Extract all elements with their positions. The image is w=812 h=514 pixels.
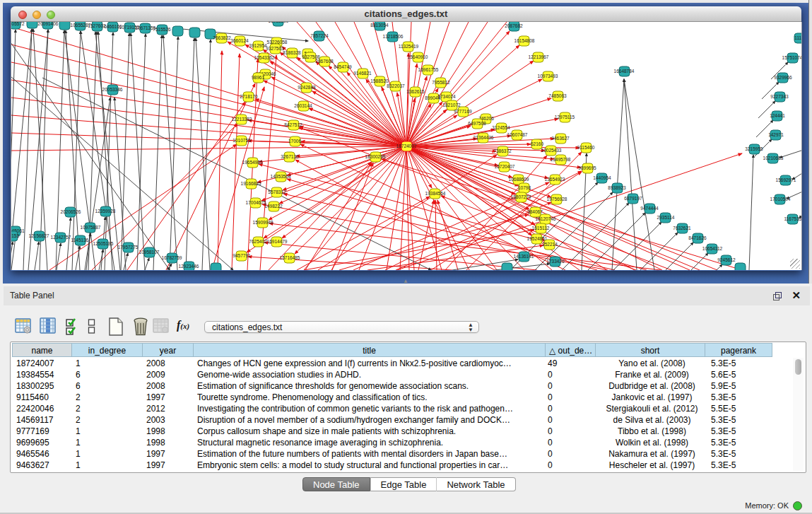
svg-text:16648784: 16648784 bbox=[614, 69, 635, 74]
svg-text:10543362: 10543362 bbox=[254, 55, 275, 60]
svg-text:19654985: 19654985 bbox=[242, 160, 263, 165]
svg-text:7955812: 7955812 bbox=[432, 80, 450, 85]
svg-text:9115460: 9115460 bbox=[577, 145, 595, 150]
svg-text:9227343: 9227343 bbox=[770, 94, 789, 99]
svg-text:1821072: 1821072 bbox=[442, 103, 461, 107]
svg-text:20206526: 20206526 bbox=[61, 209, 81, 214]
svg-text:5578312: 5578312 bbox=[268, 189, 286, 194]
svg-text:9242848: 9242848 bbox=[298, 85, 316, 90]
svg-text:15720407: 15720407 bbox=[495, 164, 515, 169]
svg-text:16782759: 16782759 bbox=[162, 255, 182, 260]
svg-text:1145136: 1145136 bbox=[71, 238, 89, 243]
svg-text:9474444: 9474444 bbox=[640, 206, 659, 211]
svg-text:12213382: 12213382 bbox=[232, 117, 252, 122]
svg-text:8322037: 8322037 bbox=[387, 83, 405, 88]
svg-text:124441: 124441 bbox=[770, 113, 785, 118]
svg-text:1588520: 1588520 bbox=[370, 78, 389, 83]
svg-text:10654112: 10654112 bbox=[702, 246, 723, 251]
svg-text:1440954: 1440954 bbox=[593, 175, 611, 180]
svg-text:9463627: 9463627 bbox=[551, 136, 570, 141]
svg-text:15751074: 15751074 bbox=[782, 55, 801, 60]
svg-text:8454749: 8454749 bbox=[334, 64, 352, 69]
svg-text:12342757: 12342757 bbox=[51, 235, 71, 240]
svg-text:10975887: 10975887 bbox=[81, 225, 101, 230]
svg-text:7386372: 7386372 bbox=[493, 148, 512, 153]
svg-text:19384554: 19384554 bbox=[425, 191, 446, 196]
svg-text:2718170: 2718170 bbox=[240, 94, 258, 99]
svg-text:2087682: 2087682 bbox=[505, 23, 523, 28]
svg-text:12505185: 12505185 bbox=[93, 241, 114, 246]
svg-text:12156827: 12156827 bbox=[29, 233, 49, 238]
svg-text:8471626: 8471626 bbox=[688, 235, 707, 240]
svg-text:10025433: 10025433 bbox=[541, 148, 562, 153]
svg-text:13218506: 13218506 bbox=[383, 34, 404, 39]
svg-text:3660124: 3660124 bbox=[230, 38, 249, 43]
svg-text:7625402: 7625402 bbox=[249, 239, 267, 244]
svg-text:16033809: 16033809 bbox=[269, 22, 289, 23]
svg-text:15909948: 15909948 bbox=[253, 220, 273, 225]
svg-text:1167533: 1167533 bbox=[784, 216, 801, 221]
svg-text:8938923: 8938923 bbox=[608, 185, 626, 190]
svg-text:9327503: 9327503 bbox=[266, 46, 284, 51]
svg-text:15716485: 15716485 bbox=[280, 255, 300, 260]
svg-text:17010504: 17010504 bbox=[770, 197, 791, 201]
svg-text:9457791: 9457791 bbox=[233, 253, 251, 258]
svg-text:12359928: 12359928 bbox=[95, 209, 116, 214]
svg-text:19166825: 19166825 bbox=[241, 181, 261, 186]
svg-text:8186328: 8186328 bbox=[283, 50, 301, 55]
svg-text:18724007: 18724007 bbox=[396, 144, 417, 148]
svg-text:1405572: 1405572 bbox=[11, 22, 25, 26]
svg-text:1362615: 1362615 bbox=[406, 89, 425, 94]
svg-text:1112: 1112 bbox=[794, 35, 801, 40]
svg-text:1615112: 1615112 bbox=[532, 226, 550, 230]
svg-text:18807279: 18807279 bbox=[511, 194, 531, 199]
svg-text:7632621: 7632621 bbox=[673, 226, 691, 230]
svg-text:7857224: 7857224 bbox=[310, 33, 329, 38]
svg-text:6879197: 6879197 bbox=[624, 196, 642, 201]
svg-text:9899695: 9899695 bbox=[578, 165, 596, 170]
svg-text:12213967: 12213967 bbox=[529, 54, 549, 59]
svg-text:18300295: 18300295 bbox=[365, 154, 386, 159]
svg-text:3215955: 3215955 bbox=[745, 146, 763, 151]
svg-text:6497508: 6497508 bbox=[468, 121, 486, 126]
svg-text:2867608: 2867608 bbox=[315, 59, 334, 64]
svg-text:8427512: 8427512 bbox=[284, 122, 302, 127]
svg-text:13654923: 13654923 bbox=[545, 177, 565, 182]
svg-text:9777169: 9777169 bbox=[454, 109, 472, 114]
svg-text:7663822: 7663822 bbox=[213, 35, 231, 40]
svg-text:1733426: 1733426 bbox=[546, 259, 565, 264]
svg-text:13495798: 13495798 bbox=[551, 157, 571, 162]
svg-text:10210683: 10210683 bbox=[763, 156, 784, 160]
svg-text:9329966: 9329966 bbox=[774, 75, 792, 80]
svg-text:8813054: 8813054 bbox=[370, 23, 389, 28]
svg-text:17004675: 17004675 bbox=[246, 200, 266, 205]
svg-text:16154808: 16154808 bbox=[514, 38, 535, 43]
svg-text:20091406: 20091406 bbox=[38, 22, 59, 26]
svg-text:10688609: 10688609 bbox=[509, 177, 529, 182]
svg-text:6734024: 6734024 bbox=[437, 94, 456, 99]
svg-text:252214: 252214 bbox=[542, 242, 558, 247]
svg-text:3912954: 3912954 bbox=[249, 43, 267, 48]
svg-text:17957275: 17957275 bbox=[118, 245, 139, 250]
svg-text:142971: 142971 bbox=[768, 132, 784, 137]
svg-text:11325419: 11325419 bbox=[399, 44, 419, 49]
svg-text:9146821: 9146821 bbox=[353, 71, 372, 76]
svg-text:15640910: 15640910 bbox=[408, 54, 428, 59]
svg-text:15692971: 15692971 bbox=[776, 177, 796, 182]
svg-text:14136141: 14136141 bbox=[514, 254, 534, 259]
svg-text:984067: 984067 bbox=[527, 209, 543, 214]
svg-text:7485063: 7485063 bbox=[548, 93, 567, 98]
svg-text:20053346: 20053346 bbox=[102, 87, 123, 92]
svg-text:16120746: 16120746 bbox=[536, 216, 556, 221]
svg-text:10607487: 10607487 bbox=[507, 132, 528, 137]
svg-text:19524851: 19524851 bbox=[527, 236, 548, 241]
svg-text:7515526: 7515526 bbox=[153, 27, 171, 32]
svg-text:16961755: 16961755 bbox=[418, 67, 439, 72]
svg-text:1498222: 1498222 bbox=[264, 204, 283, 209]
svg-text:3267130: 3267130 bbox=[281, 154, 299, 159]
svg-text:1527602: 1527602 bbox=[88, 23, 106, 28]
svg-text:16914479: 16914479 bbox=[267, 239, 288, 244]
svg-text:3124554: 3124554 bbox=[492, 125, 510, 130]
svg-text:12975115: 12975115 bbox=[555, 115, 575, 119]
svg-text:9245612: 9245612 bbox=[717, 257, 736, 262]
